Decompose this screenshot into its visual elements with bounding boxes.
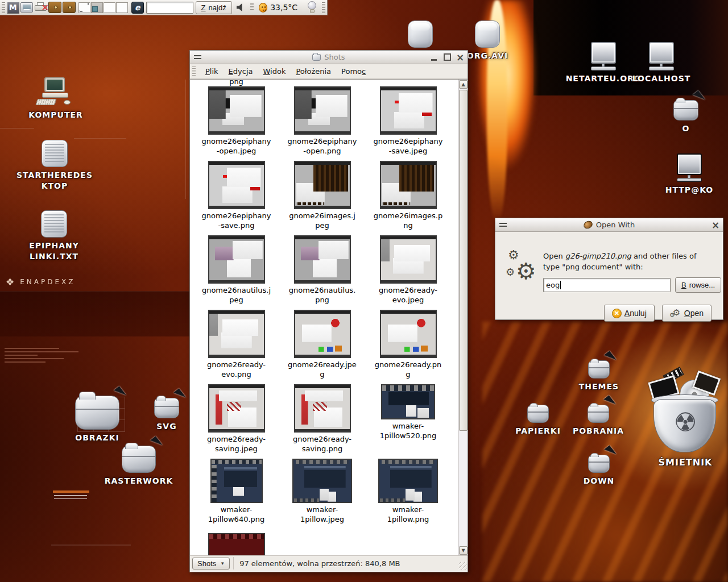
desktop-icon-org-avi[interactable]: ORG.AVI xyxy=(466,20,508,61)
file-item[interactable]: gnome26epiphany-open.jpeg xyxy=(193,86,279,161)
desktop-icon-svg[interactable]: SVG xyxy=(147,398,187,432)
desktop-icon-startheredes-ktop[interactable]: STARTHEREDES KTOP xyxy=(23,140,86,192)
cancel-button[interactable]: ✕ Anuluj xyxy=(604,305,655,322)
desktop-icon-down[interactable]: DOWN xyxy=(576,455,622,487)
dialog-titlebar[interactable]: Open With × xyxy=(495,218,723,232)
file-thumbnail[interactable] xyxy=(294,86,351,135)
scroll-down-arrow[interactable]: ▼ xyxy=(459,546,468,555)
file-thumbnail[interactable] xyxy=(208,310,265,358)
desktop-icon-epiphany-linki-txt[interactable]: EPIPHANY LINKI.TXT xyxy=(22,210,86,262)
file-item[interactable]: gnome26epiphany-open.png xyxy=(279,86,365,161)
applet-handle[interactable] xyxy=(250,3,253,11)
launcher-mplayer[interactable]: M xyxy=(6,1,19,14)
file-item[interactable]: gnome26ready-evo.jpeg xyxy=(365,235,451,310)
scroll-up-arrow[interactable]: ▲ xyxy=(459,80,468,89)
file-item[interactable]: wmaker-1pillow.png xyxy=(365,459,451,533)
file-thumbnail[interactable] xyxy=(294,384,351,433)
file-item[interactable]: gnome26epiphany-save.jpeg xyxy=(365,86,451,161)
file-thumbnail[interactable] xyxy=(210,459,263,503)
panel-grip[interactable] xyxy=(2,2,5,13)
file-item[interactable]: wmaker-1pillow640.png xyxy=(193,459,279,533)
window-menu-icon[interactable] xyxy=(194,54,201,60)
desktop-icon-papierki[interactable]: PAPIERKI xyxy=(513,405,563,436)
menu-pomoc[interactable]: Pomoc xyxy=(336,65,371,78)
find-input[interactable] xyxy=(146,2,193,14)
desktop-icon-śmietnik[interactable]: ☢ŚMIETNIK xyxy=(645,369,726,469)
drawer-1[interactable] xyxy=(48,1,61,14)
launcher-display[interactable] xyxy=(20,1,34,14)
desktop-icon-http-ko[interactable]: HTTP@KO xyxy=(657,153,721,196)
file-thumbnail[interactable] xyxy=(380,310,437,358)
file-item[interactable]: gnome26epiphany-save.png xyxy=(193,161,279,235)
file-item[interactable]: gnome26nautilus.png xyxy=(279,235,365,310)
file-item[interactable]: gnome26ready-saving.jpeg xyxy=(193,384,279,459)
file-thumbnail[interactable] xyxy=(381,384,435,419)
desktop-icon-themes[interactable]: THEMES xyxy=(576,360,622,392)
file-thumbnail[interactable] xyxy=(380,161,437,209)
workspace-3[interactable] xyxy=(104,2,115,13)
menu-położenia[interactable]: Położenia xyxy=(291,65,336,78)
workspace-4[interactable] xyxy=(116,2,128,13)
menu-widok[interactable]: Widok xyxy=(258,65,291,78)
maximize-button[interactable] xyxy=(443,53,451,61)
desktop-icon-obrazki[interactable]: OBRAZKI xyxy=(67,396,127,443)
weather-sun-icon[interactable] xyxy=(259,3,268,13)
close-button[interactable]: × xyxy=(456,53,464,61)
desktop-icon-localhost[interactable]: LOCALHOST xyxy=(627,42,696,84)
file-item[interactable]: gnome26ready.jpeg xyxy=(279,310,365,384)
menubar-grip[interactable] xyxy=(192,66,196,77)
find-button[interactable]: Znajdź xyxy=(196,1,232,14)
file-name: gnome26ready-saving.jpeg xyxy=(201,435,272,454)
file-item[interactable]: gnome26ready-evo.png xyxy=(193,310,279,384)
file-thumbnail[interactable] xyxy=(294,235,351,284)
vertical-scrollbar[interactable]: ▲ ▼ xyxy=(458,80,468,555)
file-name: gnome26epiphany-save.jpeg xyxy=(373,137,444,156)
desktop-icon-label: KOMPUTER xyxy=(28,110,83,120)
file-thumbnail[interactable] xyxy=(292,459,352,503)
scrollbar-thumb[interactable] xyxy=(459,90,468,431)
file-item[interactable]: gnome26ready.png xyxy=(365,310,451,384)
file-item[interactable]: wmaker-1pillow.jpeg xyxy=(279,459,365,533)
desktop-icon-unnamed[interactable] xyxy=(405,20,436,48)
resize-grip[interactable] xyxy=(458,562,467,570)
file-thumbnail[interactable] xyxy=(380,86,437,135)
open-button[interactable]: ⚙⚙ Open xyxy=(662,305,712,322)
file-item[interactable]: gnome26images.jpeg xyxy=(279,161,365,235)
volume-icon[interactable] xyxy=(237,3,245,12)
menu-edycja[interactable]: Edycja xyxy=(224,65,258,78)
file-thumbnail[interactable] xyxy=(294,161,351,209)
panel-grip[interactable] xyxy=(322,2,325,13)
workspace-2[interactable] xyxy=(91,2,103,13)
location-combo[interactable]: Shots ▼ xyxy=(192,558,230,569)
file-item[interactable]: wmaker-1pillow520.png xyxy=(365,384,451,459)
dialog-close-button[interactable]: × xyxy=(712,221,719,229)
file-thumbnail[interactable] xyxy=(380,235,437,284)
launcher-printer[interactable]: ✕ xyxy=(35,1,48,14)
launcher-epiphany[interactable]: e xyxy=(131,1,144,14)
menu-plik[interactable]: Plik xyxy=(200,65,224,78)
desktop-icon-o[interactable]: O xyxy=(671,100,701,134)
file-item[interactable] xyxy=(193,533,279,555)
minimize-button[interactable] xyxy=(430,53,438,61)
file-thumbnail[interactable] xyxy=(208,86,265,135)
file-thumbnail[interactable] xyxy=(294,310,351,358)
file-thumbnail[interactable] xyxy=(208,533,265,555)
browse-button[interactable]: Browse... xyxy=(675,277,721,293)
file-item[interactable]: gnome26images.png xyxy=(365,161,451,235)
file-item[interactable]: gnome26ready-saving.png xyxy=(279,384,365,459)
window-menu-icon[interactable] xyxy=(499,222,507,228)
application-input[interactable]: eog xyxy=(543,278,671,292)
file-thumbnail[interactable] xyxy=(378,459,438,503)
workspace-1[interactable] xyxy=(78,2,90,13)
desktop-icon-rasterwork[interactable]: RASTERWORK xyxy=(105,446,173,487)
shots-titlebar[interactable]: Shots × xyxy=(190,51,468,64)
file-thumbnail[interactable] xyxy=(208,161,265,209)
lightbulb-icon[interactable] xyxy=(308,1,316,14)
file-thumbnail[interactable] xyxy=(208,384,265,433)
desktop-icon-komputer[interactable]: KOMPUTER xyxy=(28,77,83,120)
workspace-switcher xyxy=(78,2,128,13)
file-item[interactable]: gnome26nautilus.jpeg xyxy=(193,235,279,310)
file-thumbnail[interactable] xyxy=(208,235,265,284)
desktop-icon-pobrania[interactable]: POBRANIA xyxy=(572,405,624,436)
drawer-2[interactable] xyxy=(63,1,76,14)
